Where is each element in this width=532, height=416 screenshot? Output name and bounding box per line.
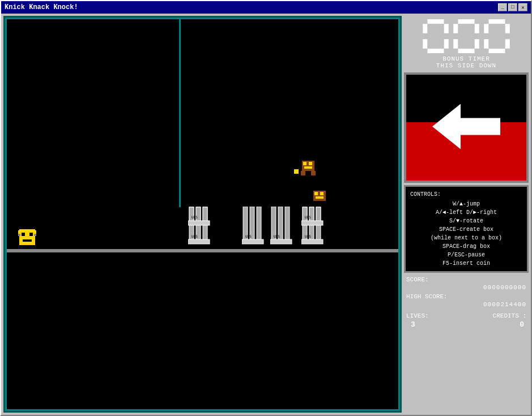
svg-text:UDS: UDS [191, 234, 198, 238]
svg-rect-47 [301, 221, 323, 225]
controls-line-4: (while next to a box) [410, 234, 522, 242]
digit-1 [453, 19, 480, 53]
arrow-shape [432, 104, 500, 152]
svg-rect-52 [423, 39, 427, 49]
lives-value: 3 [406, 320, 429, 329]
platform-3: UDS [270, 207, 293, 249]
game-top-row [5, 18, 400, 207]
svg-rect-59 [474, 24, 479, 33]
svg-rect-14 [34, 234, 36, 236]
main-window: Knick Knack Knock! _ □ ✕ [0, 0, 532, 416]
svg-rect-25 [189, 207, 194, 221]
svg-rect-10 [23, 239, 32, 242]
close-button[interactable]: ✕ [518, 3, 527, 11]
lives-label: LIVES: [406, 312, 429, 319]
game-panel-bottom [5, 252, 400, 411]
svg-rect-51 [444, 24, 448, 33]
controls-title: CONTROLS: [410, 190, 522, 199]
svg-rect-72 [493, 29, 500, 44]
svg-rect-6 [294, 169, 299, 174]
svg-rect-56 [432, 29, 439, 44]
credits-value: 0 [493, 320, 526, 329]
svg-rect-1 [303, 162, 307, 165]
svg-rect-27 [203, 207, 207, 221]
svg-text:UDS: UDS [274, 234, 280, 238]
high-score-label: HIGH SCORE: [406, 293, 526, 300]
controls-line-1: A/◄-left D/►-right [410, 208, 522, 217]
svg-rect-68 [484, 39, 488, 49]
svg-rect-8 [22, 233, 25, 236]
arrow-display [404, 72, 529, 183]
svg-rect-44 [303, 207, 307, 221]
bonus-timer-section: BONUS TIMER THIS SIDE DOWN [404, 16, 529, 70]
svg-rect-33 [270, 239, 292, 244]
svg-rect-65 [489, 19, 505, 24]
svg-rect-45 [309, 207, 314, 221]
score-value: 0000000000 [406, 284, 526, 291]
svg-rect-67 [505, 24, 509, 33]
svg-rect-2 [309, 162, 312, 165]
sidebar: BONUS TIMER THIS SIDE DOWN CONTROLS: [404, 16, 529, 413]
score-label: SCORE: [406, 276, 526, 283]
svg-rect-41 [314, 192, 318, 195]
maximize-button[interactable]: □ [508, 3, 517, 11]
title-bar-buttons: _ □ ✕ [498, 3, 527, 11]
digit-display [422, 19, 510, 53]
digit-0 [422, 19, 449, 53]
platform-2: UDS [242, 207, 265, 249]
svg-rect-32 [285, 207, 290, 241]
svg-rect-58 [453, 24, 458, 33]
bonus-timer-label2: THIS SIDE DOWN [436, 62, 496, 69]
digit-2 [483, 19, 510, 53]
svg-rect-53 [444, 39, 448, 49]
svg-rect-66 [484, 24, 488, 33]
svg-text:UDS: UDS [305, 234, 311, 238]
svg-rect-13 [18, 234, 20, 236]
svg-rect-23 [242, 239, 263, 244]
svg-rect-62 [458, 49, 475, 53]
svg-rect-43 [316, 196, 324, 199]
svg-marker-73 [432, 104, 500, 149]
controls-line-3: SPACE-create box [410, 225, 522, 234]
svg-rect-54 [428, 49, 444, 53]
controls-line-0: W/▲-jump [410, 200, 522, 208]
svg-rect-60 [453, 39, 458, 49]
high-score-value: 0000214400 [406, 301, 526, 308]
svg-rect-7 [19, 229, 35, 245]
svg-rect-49 [428, 19, 444, 24]
svg-rect-69 [505, 39, 509, 49]
svg-rect-18 [188, 239, 210, 244]
bonus-timer-label: BONUS TIMER [442, 55, 490, 62]
credits-label: CREDITS : [493, 312, 526, 319]
minimize-button[interactable]: _ [498, 3, 507, 11]
platform-row: UDS UDS [5, 207, 400, 252]
controls-line-7: F5-insert coin [410, 259, 522, 268]
svg-rect-4 [301, 171, 305, 175]
controls-box: CONTROLS: W/▲-jump A/◄-left D/►-right S/… [404, 185, 529, 273]
svg-rect-61 [474, 39, 479, 49]
title-bar: Knick Knack Knock! _ □ ✕ [1, 1, 531, 14]
svg-rect-5 [311, 171, 316, 175]
svg-rect-9 [29, 233, 33, 236]
platform-upper-1: UDS [188, 207, 211, 230]
game-panel-right [181, 18, 400, 207]
controls-line-5: SPACE-drag box [410, 242, 522, 251]
credits-section: CREDITS : 0 [493, 312, 526, 329]
svg-rect-50 [423, 24, 427, 33]
enemy-sprite [300, 161, 317, 181]
controls-line-6: P/ESC-pause [410, 251, 522, 259]
svg-rect-28 [188, 221, 210, 225]
svg-rect-3 [304, 166, 312, 169]
controls-line-2: S/▼-rotate [410, 217, 522, 225]
svg-rect-42 [320, 192, 324, 195]
score-section: SCORE: 0000000000 HIGH SCORE: 0000214400… [404, 275, 529, 330]
player-sprite [18, 228, 36, 249]
lives-section: LIVES: 3 [406, 312, 429, 329]
window-content: UDS UDS [1, 14, 531, 415]
svg-text:UDS: UDS [245, 234, 252, 238]
game-area: UDS UDS [3, 16, 402, 413]
svg-rect-64 [463, 29, 470, 44]
svg-rect-38 [301, 239, 323, 244]
game-panel-left [5, 18, 181, 207]
svg-rect-22 [257, 207, 261, 241]
